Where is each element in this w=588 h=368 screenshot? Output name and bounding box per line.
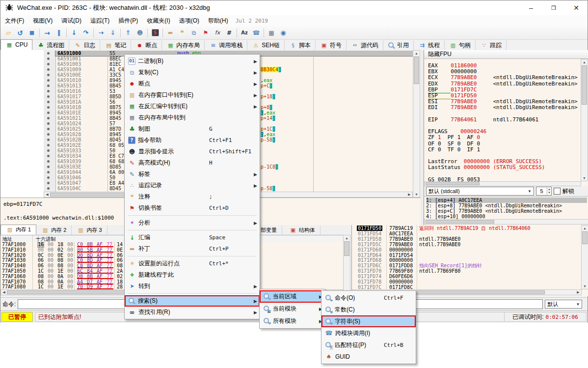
strings-az-button[interactable]: Az: [239, 28, 250, 38]
argument-row[interactable]: 1: [esp+4] A0C17EEA: [426, 198, 587, 203]
register-line[interactable]: LastError 00000000 (ERROR_SUCCESS): [428, 159, 542, 165]
maximize-button[interactable]: ❐: [542, 0, 565, 15]
register-line[interactable]: ESI 77B9ABE0 <ntdll.DbgUiRemoteBreakin>: [428, 99, 578, 105]
menu-item-跨模块调用(I)[interactable]: ☎跨模块调用(I): [321, 327, 416, 339]
menu-item-汇编[interactable]: ↓汇编Space: [125, 232, 260, 243]
menu-item-断点[interactable]: ●断点▶: [125, 78, 260, 89]
menu-item-标签[interactable]: ✎标签▶: [125, 169, 260, 180]
register-line[interactable]: EAX 01186000: [428, 63, 477, 69]
open-file-button[interactable]: ▱: [2, 28, 14, 38]
register-line[interactable]: EBX 00000000: [428, 69, 477, 75]
dump-tab-内存 1[interactable]: ▥内存 1: [0, 225, 36, 235]
arguments-hscrollbar[interactable]: [424, 219, 588, 225]
menubar-item[interactable]: 选项(O): [175, 16, 204, 26]
globe-button[interactable]: ◉: [277, 28, 289, 38]
tab-脚本[interactable]: §脚本: [285, 40, 316, 50]
stack-panel[interactable]: 0171FD5077B9AC19返回到 ntdll.77B9AC19 自 ntd…: [351, 225, 588, 296]
register-line[interactable]: CF 0 TF 0 IF 1: [428, 147, 480, 153]
register-line[interactable]: EIP 77B64061 ntdll.77B64061: [428, 117, 538, 123]
tab-内存布局[interactable]: ▦内存布局: [162, 40, 205, 50]
dump-tab-内存 3[interactable]: ▥内存 3: [72, 226, 107, 235]
menu-item-设置新的运行点[interactable]: ✳设置新的运行点Ctrl+*: [125, 258, 260, 269]
menu-item-查找引用(R)[interactable]: ∞查找引用(R)▶: [125, 307, 260, 318]
hash-format-button[interactable]: #: [223, 28, 235, 38]
menu-item-补丁[interactable]: ▬补丁Ctrl+P: [125, 243, 260, 255]
registers-vscrollbar[interactable]: ▲▼: [581, 59, 588, 181]
menu-item-高亮模式(H)[interactable]: ✎高亮模式(H)H: [125, 157, 260, 169]
execute-till-return-button[interactable]: ⇓: [107, 28, 119, 38]
menu-item-切换书签[interactable]: ⚑切换书签Ctrl+D: [125, 202, 260, 214]
register-line[interactable]: LastStatus 00000000 (STATUS_SUCCESS): [428, 165, 545, 170]
dump-tab-内存 2[interactable]: ▥内存 2: [36, 226, 72, 235]
menu-item-在内存窗口中转到(E)[interactable]: ▥在内存窗口中转到(E)▶: [125, 89, 260, 101]
minimize-button[interactable]: –: [520, 0, 542, 15]
tab-日志[interactable]: ✎日志: [69, 40, 100, 50]
menu-item-在反汇编中转到(E)[interactable]: ▦在反汇编中转到(E)▶: [125, 101, 260, 112]
argument-row[interactable]: 3: [esp+C] 77B9ABE0 <ntdll.DbgUiRemoteBr…: [426, 208, 562, 214]
register-line[interactable]: OF 0 SF 0 DF 0: [428, 141, 480, 147]
tab-CPU[interactable]: ▦CPU: [0, 39, 32, 50]
step-out-button[interactable]: ⇑: [122, 28, 134, 38]
menu-item-分析[interactable]: ✶分析▶: [125, 217, 260, 228]
menubar-item[interactable]: 调试(D): [57, 16, 86, 26]
menu-item-所有模块[interactable]: *所有模块▶: [260, 315, 325, 327]
menu-item-命令(O)[interactable]: >命令(O)Ctrl+F: [321, 292, 416, 304]
hide-fpu-button[interactable]: 隐藏FPU: [424, 50, 588, 59]
tab-引用[interactable]: 引用: [383, 40, 414, 50]
stack-vscrollbar[interactable]: ▲▼: [581, 225, 588, 289]
fx-expression-button[interactable]: fx: [212, 28, 223, 38]
menubar-item[interactable]: 视图(V): [28, 16, 57, 26]
menu-item-指令帮助[interactable]: ?指令帮助Ctrl+F1: [125, 135, 260, 146]
tab-线程[interactable]: ⇉线程: [414, 40, 445, 50]
calling-convention-select[interactable]: 默认 (stdcall)▼: [426, 187, 534, 196]
step-over-button[interactable]: ↷: [80, 28, 92, 38]
menu-item-字符串(S)[interactable]: "字符串(S): [321, 315, 416, 327]
registers-hscrollbar[interactable]: [424, 181, 581, 186]
menubar-item[interactable]: 收藏夹(I): [142, 16, 174, 26]
stepper-arrows-icon[interactable]: ▲▼: [547, 188, 551, 195]
register-line[interactable]: EBP 0171FD7C: [428, 87, 477, 93]
run-to-cursor-button[interactable]: ⇢: [95, 28, 107, 38]
tab-源代码[interactable]: ‹›源代码: [347, 40, 383, 50]
menu-item-当前模块[interactable]: ▣当前模块▶: [260, 303, 325, 315]
run-button[interactable]: →: [41, 28, 53, 38]
menu-item-匹配特征(P)[interactable]: ▒匹配特征(P)Ctrl+B: [321, 339, 416, 351]
register-line[interactable]: EDI 77B9ABE0 <ntdll.DbgUiRemoteBreakin>: [428, 105, 578, 111]
register-line[interactable]: ZF 1 PF 1 AF 0: [428, 135, 480, 141]
tab-跟踪[interactable]: ∵跟踪: [476, 40, 507, 50]
menubar-item[interactable]: 文件(F): [0, 16, 28, 26]
restart-button[interactable]: ↺: [14, 28, 26, 38]
tab-调用堆栈[interactable]: ≡调用堆栈: [205, 40, 247, 50]
tab-符号[interactable]: ▣符号: [316, 40, 347, 50]
dump-vscrollbar[interactable]: ▲▼: [343, 235, 350, 295]
comment-button[interactable]: ❝: [176, 28, 188, 38]
disassembly-vscrollbar[interactable]: ▲▼: [413, 50, 420, 198]
bookmark-button[interactable]: ⚑: [200, 28, 212, 38]
menu-item-复制(C)[interactable]: ⧉复制(C)▶: [125, 67, 260, 78]
menu-item-制图[interactable]: ♣制图G: [125, 123, 260, 135]
menubar-item[interactable]: 插件(P): [114, 16, 142, 26]
tab-笔记[interactable]: ▤笔记: [100, 40, 131, 50]
menu-item-常数(C)[interactable]: #常数(C): [321, 304, 416, 315]
calculator-button[interactable]: ▦: [266, 28, 277, 38]
call-phone-button[interactable]: ☎: [250, 28, 262, 38]
register-line[interactable]: ECX 77B9ABE0 <ntdll.DbgUiRemoteBreakin>: [428, 75, 578, 81]
command-profile-select[interactable]: 默认▼: [545, 300, 582, 309]
register-line[interactable]: EDX 77B9ABE0 <ntdll.DbgUiRemoteBreakin>: [428, 81, 578, 87]
menubar-item[interactable]: 追踪(T): [86, 16, 114, 26]
pause-button[interactable]: ‖: [53, 28, 65, 38]
menu-item-GUID[interactable]: ♠GUID: [321, 351, 416, 363]
attach-button[interactable]: ☻: [134, 28, 146, 38]
patch-button[interactable]: ▬: [164, 28, 176, 38]
tab-句柄[interactable]: ▥句柄: [445, 40, 476, 50]
menu-item-注释[interactable]: ❝注释;: [125, 191, 260, 202]
menu-item-新建线程于此[interactable]: ✚新建线程于此: [125, 269, 260, 281]
close-button[interactable]: ✕: [565, 0, 588, 15]
register-line[interactable]: GS 002B FS 0053: [428, 177, 480, 181]
unlock-checkbox[interactable]: [554, 188, 561, 195]
stack-arguments[interactable]: 1: [esp+4] A0C17EEA2: [esp+8] 77B9ABE0 <…: [424, 196, 588, 219]
menu-item-当前区域[interactable]: ▫当前区域▶: [260, 290, 325, 303]
label-button[interactable]: ⧉: [188, 28, 200, 38]
scylla-button[interactable]: S: [149, 28, 161, 38]
register-line[interactable]: ESP 0171FD50: [428, 93, 477, 99]
